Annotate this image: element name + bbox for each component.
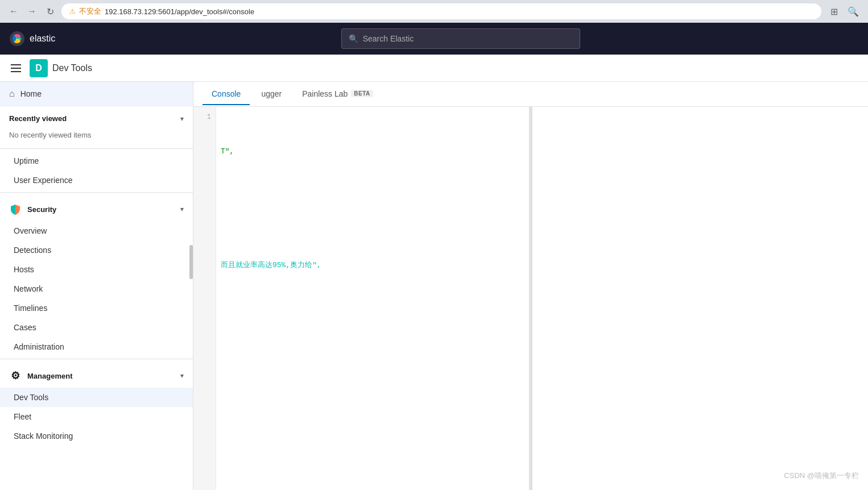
tab-debugger[interactable]: ugger <box>252 84 291 105</box>
security-warning-text: 不安全 <box>79 6 101 16</box>
dev-tools-tabs: Console ugger Painless Lab BETA <box>193 82 868 107</box>
editor-line-spacer <box>221 157 524 259</box>
code-text-1: T", <box>221 147 234 156</box>
forward-button[interactable]: → <box>25 5 39 18</box>
browser-search-button[interactable]: 🔍 <box>845 3 861 19</box>
watermark: CSDN @喵俺第一专栏 <box>784 471 859 481</box>
app-title: Dev Tools <box>52 63 92 73</box>
reload-button[interactable]: ↻ <box>43 5 57 18</box>
sidebar: ⌂ Home Recently viewed ▾ No recently vie… <box>0 82 193 490</box>
divider-3 <box>0 359 193 359</box>
code-text-2: 而且就业率高达95%,奥力给", <box>221 260 321 270</box>
security-title: Security <box>9 203 56 215</box>
divider-2 <box>0 192 193 193</box>
app-bar: D Dev Tools <box>0 55 868 82</box>
management-section: ⚙ Management ▾ Dev Tools Fleet Stack Mon… <box>0 362 193 446</box>
sidebar-scrollbar-thumb <box>189 245 193 279</box>
search-placeholder: Search Elastic <box>363 34 414 43</box>
editor-line-1: T", <box>221 146 524 157</box>
recently-viewed-section: Recently viewed ▾ No recently viewed ite… <box>0 106 193 146</box>
security-warning-icon: ⚠ <box>69 7 76 15</box>
sidebar-item-uptime[interactable]: Uptime <box>0 151 193 171</box>
address-bar[interactable]: ⚠ 不安全 192.168.73.129:5601/app/dev_tools#… <box>61 3 821 19</box>
editor-line-2: 而且就业率高达95%,奥力给", <box>221 259 524 271</box>
sidebar-item-detections[interactable]: Detections <box>0 240 193 260</box>
management-icon: ⚙ <box>9 369 22 382</box>
svg-point-4 <box>13 36 16 41</box>
beta-badge: BETA <box>351 90 373 97</box>
recently-viewed-header[interactable]: Recently viewed ▾ <box>0 106 193 128</box>
sidebar-item-fleet[interactable]: Fleet <box>0 407 193 426</box>
back-button[interactable]: ← <box>7 5 20 18</box>
tab-painless-lab[interactable]: Painless Lab BETA <box>293 84 382 105</box>
sidebar-item-stack-monitoring[interactable]: Stack Monitoring <box>0 426 193 446</box>
recently-viewed-chevron: ▾ <box>180 115 184 123</box>
sidebar-item-administration[interactable]: Administration <box>0 337 193 356</box>
security-header[interactable]: Security ▾ <box>0 195 193 221</box>
editor-panel[interactable]: 1 T", 而且就业率高达95%,奥力给", <box>193 107 530 490</box>
recently-viewed-title: Recently viewed <box>9 114 67 123</box>
tab-console[interactable]: Console <box>202 84 250 105</box>
elastic-logo-icon <box>9 31 25 47</box>
sidebar-item-user-experience[interactable]: User Experience <box>0 171 193 190</box>
security-icon <box>9 203 22 215</box>
sidebar-item-cases[interactable]: Cases <box>0 318 193 337</box>
sidebar-scrollbar[interactable] <box>189 82 193 490</box>
sidebar-item-overview[interactable]: Overview <box>0 221 193 240</box>
search-icon: 🔍 <box>349 34 358 43</box>
editor-gutter: 1 <box>193 107 216 490</box>
elastic-search-container: 🔍 Search Elastic <box>62 28 859 49</box>
main-layout: ⌂ Home Recently viewed ▾ No recently vie… <box>0 82 868 490</box>
elastic-header: elastic 🔍 Search Elastic <box>0 23 868 55</box>
editor-area: 1 T", 而且就业率高达95%,奥力给", CS <box>193 107 868 490</box>
content-area: Console ugger Painless Lab BETA 1 T", <box>193 82 868 490</box>
output-panel <box>532 107 868 490</box>
hamburger-button[interactable] <box>7 59 25 77</box>
sidebar-item-hosts[interactable]: Hosts <box>0 260 193 279</box>
url-text: 192.168.73.129:5601/app/dev_tools#/conso… <box>105 7 254 16</box>
elastic-logo[interactable]: elastic <box>9 31 55 47</box>
home-icon: ⌂ <box>9 89 15 99</box>
elastic-search-bar[interactable]: 🔍 Search Elastic <box>341 28 580 49</box>
management-title: ⚙ Management <box>9 369 72 382</box>
management-chevron: ▾ <box>180 372 184 380</box>
sidebar-scroll-content: ⌂ Home Recently viewed ▾ No recently vie… <box>0 82 193 490</box>
translate-button[interactable]: ⊞ <box>826 3 842 19</box>
browser-chrome: ← → ↻ ⚠ 不安全 192.168.73.129:5601/app/dev_… <box>0 0 868 23</box>
sidebar-item-timelines[interactable]: Timelines <box>0 298 193 318</box>
home-label: Home <box>20 89 42 98</box>
gutter-line-1: 1 <box>193 111 216 123</box>
editor-content[interactable]: T", 而且就业率高达95%,奥力给", <box>216 107 529 490</box>
sidebar-item-dev-tools[interactable]: Dev Tools <box>0 388 193 407</box>
elastic-logo-text: elastic <box>30 34 55 44</box>
security-chevron: ▾ <box>180 205 184 213</box>
sidebar-item-home[interactable]: ⌂ Home <box>0 82 193 106</box>
sidebar-item-network[interactable]: Network <box>0 279 193 298</box>
divider-1 <box>0 148 193 149</box>
app-icon: D <box>30 59 48 77</box>
no-recently-viewed: No recently viewed items <box>0 128 193 146</box>
management-header[interactable]: ⚙ Management ▾ <box>0 362 193 388</box>
browser-actions: ⊞ 🔍 <box>826 3 861 19</box>
security-section: Security ▾ Overview Detections Hosts Net… <box>0 195 193 356</box>
